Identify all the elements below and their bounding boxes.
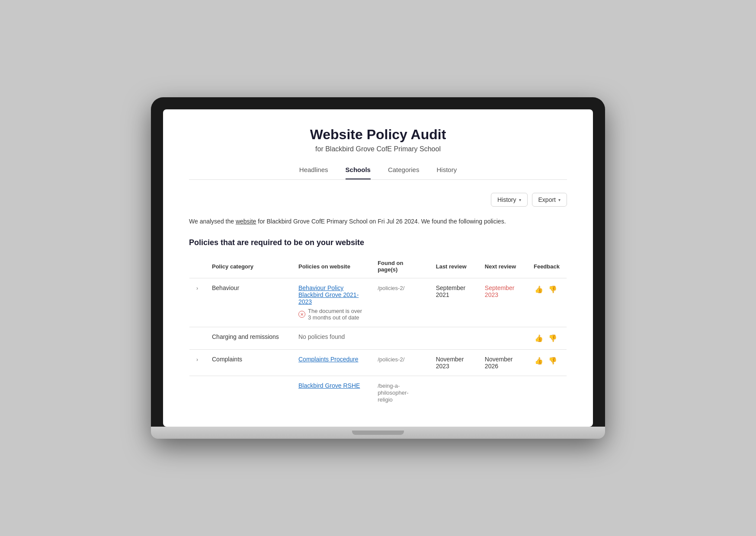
thumbs-up-button[interactable]: 👍 xyxy=(534,284,544,294)
thumbs-up-button[interactable]: 👍 xyxy=(534,333,544,343)
col-category: Policy category xyxy=(205,255,292,278)
export-dropdown[interactable]: Export ▾ xyxy=(532,193,567,207)
thumbs-down-button[interactable]: 👎 xyxy=(548,284,558,294)
tab-headlines[interactable]: Headlines xyxy=(299,166,328,179)
found-page[interactable]: /being-a-philosopher-religio xyxy=(378,383,409,403)
feedback-cell: 👍 👎 xyxy=(527,327,567,350)
found-cell: /policies-2/ xyxy=(371,350,429,376)
policies-cell: Behaviour Policy Blackbird Grove 2021-20… xyxy=(292,278,371,327)
tab-schools[interactable]: Schools xyxy=(346,166,371,179)
last-review-cell: November 2023 xyxy=(429,350,478,376)
found-cell: /being-a-philosopher-religio xyxy=(371,376,429,409)
page-subtitle: for Blackbird Grove CofE Primary School xyxy=(189,145,567,153)
col-policies: Policies on website xyxy=(292,255,371,278)
warning-row: ✕ The document is over 3 months out of d… xyxy=(298,308,364,321)
thumbs-down-button[interactable]: 👎 xyxy=(548,356,558,366)
category-cell xyxy=(205,376,292,409)
thumbs-up-button[interactable]: 👍 xyxy=(534,356,544,366)
col-feedback: Feedback xyxy=(527,255,567,278)
website-link[interactable]: website xyxy=(236,218,256,225)
thumbs-down-button[interactable]: 👎 xyxy=(548,333,558,343)
found-page[interactable]: /policies-2/ xyxy=(378,356,404,363)
policy-table: Policy category Policies on website Foun… xyxy=(189,254,567,409)
chevron-down-icon: ▾ xyxy=(519,198,521,202)
col-last-review: Last review xyxy=(429,255,478,278)
warning-icon: ✕ xyxy=(298,311,305,318)
feedback-cell xyxy=(527,376,567,409)
toolbar: History ▾ Export ▾ xyxy=(189,193,567,207)
page-title: Website Policy Audit xyxy=(189,127,567,143)
found-cell: /policies-2/ xyxy=(371,278,429,327)
last-review-cell xyxy=(429,327,478,350)
table-row: › Complaints Complaints Procedure /polic… xyxy=(189,350,567,376)
laptop-notch xyxy=(352,431,404,435)
category-cell: Behaviour xyxy=(205,278,292,327)
category-cell: Complaints xyxy=(205,350,292,376)
next-review-cell xyxy=(478,376,527,409)
expand-cell xyxy=(189,376,205,409)
col-next-review: Next review xyxy=(478,255,527,278)
next-review-cell xyxy=(478,327,527,350)
col-expand xyxy=(189,255,205,278)
table-row: Charging and remissions No policies foun… xyxy=(189,327,567,350)
policy-link[interactable]: Behaviour Policy Blackbird Grove 2021-20… xyxy=(298,284,364,305)
expand-icon[interactable]: › xyxy=(196,357,198,363)
last-review-cell xyxy=(429,376,478,409)
policy-link[interactable]: Complaints Procedure xyxy=(298,356,364,363)
history-dropdown[interactable]: History ▾ xyxy=(491,193,528,207)
next-review-cell: November 2026 xyxy=(478,350,527,376)
policies-cell: No policies found xyxy=(292,327,371,350)
no-policies-text: No policies found xyxy=(298,333,345,340)
next-review-cell: September 2023 xyxy=(478,278,527,327)
expand-cell: › xyxy=(189,350,205,376)
expand-icon[interactable]: › xyxy=(196,285,198,291)
expand-cell: › xyxy=(189,278,205,327)
feedback-cell: 👍 👎 xyxy=(527,350,567,376)
table-row: › Behaviour Behaviour Policy Blackbird G… xyxy=(189,278,567,327)
analysis-text: We analysed the website for Blackbird Gr… xyxy=(189,217,567,226)
policies-cell: Complaints Procedure xyxy=(292,350,371,376)
last-review-cell: September 2021 xyxy=(429,278,478,327)
table-row: Blackbird Grove RSHE /being-a-philosophe… xyxy=(189,376,567,409)
col-found: Found on page(s) xyxy=(371,255,429,278)
expand-cell xyxy=(189,327,205,350)
section-title: Policies that are required to be on your… xyxy=(189,238,567,247)
category-cell: Charging and remissions xyxy=(205,327,292,350)
tab-history[interactable]: History xyxy=(436,166,457,179)
tab-categories[interactable]: Categories xyxy=(388,166,420,179)
policy-link[interactable]: Blackbird Grove RSHE xyxy=(298,382,364,389)
chevron-down-icon: ▾ xyxy=(558,198,561,202)
policies-cell: Blackbird Grove RSHE xyxy=(292,376,371,409)
overdue-date: September 2023 xyxy=(485,284,514,298)
found-cell xyxy=(371,327,429,350)
warning-text: The document is over 3 months out of dat… xyxy=(308,308,364,321)
found-page[interactable]: /policies-2/ xyxy=(378,285,404,291)
nav-tabs: Headlines Schools Categories History xyxy=(189,166,567,180)
feedback-cell: 👍 👎 xyxy=(527,278,567,327)
